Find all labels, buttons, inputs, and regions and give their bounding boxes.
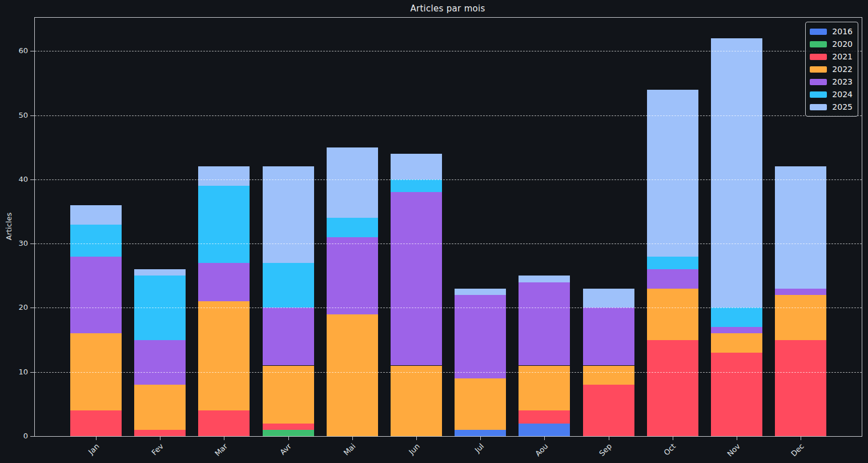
legend-swatch-2020: [810, 41, 827, 47]
legend-label: 2020: [832, 40, 853, 48]
legend-item-2025: 2025: [810, 101, 853, 113]
legend-swatch-2022: [810, 66, 827, 73]
bar-segment-oct-2024: [647, 257, 698, 269]
bar-segment-avr-2024: [263, 263, 314, 308]
legend-swatch-2023: [810, 79, 827, 85]
bar-segment-oct-2022: [647, 289, 698, 340]
legend-label: 2024: [832, 90, 853, 98]
bar-segment-jan-2025: [70, 205, 122, 225]
legend-item-2021: 2021: [810, 50, 853, 63]
bar-segment-avr-2023: [263, 308, 314, 365]
bar-segment-mar-2025: [198, 166, 250, 186]
y-tick-label: 40: [5, 175, 28, 184]
y-tick-label: 60: [5, 46, 28, 55]
bar-segment-jun-2024: [391, 179, 442, 192]
x-tick-mark: [416, 437, 417, 440]
bar-segment-mai-2024: [327, 218, 378, 237]
bar-segment-mar-2023: [198, 263, 250, 301]
bar-segment-mai-2025: [327, 147, 378, 218]
bar-segment-jun-2025: [391, 154, 442, 179]
bar-segment-nov-2022: [711, 333, 762, 353]
bar-segment-jul-2016: [455, 430, 506, 436]
bar-segment-fev-2022: [134, 385, 186, 430]
bar-segment-jul-2022: [455, 378, 506, 430]
gridline-50: [35, 115, 862, 116]
x-tick-mark: [544, 437, 545, 440]
legend-item-2024: 2024: [810, 88, 853, 101]
x-tick-mark: [609, 437, 609, 440]
bar-segment-jan-2023: [70, 257, 122, 334]
legend-label: 2023: [832, 78, 853, 86]
legend-label: 2025: [832, 103, 853, 111]
bar-segment-avr-2025: [263, 166, 314, 262]
gridline-60: [35, 51, 862, 51]
bar-segment-aou-2016: [519, 424, 570, 436]
bar-segment-avr-2020: [263, 430, 314, 436]
bar-segment-sep-2022: [583, 366, 634, 385]
bar-segment-oct-2025: [647, 90, 698, 257]
gridline-30: [35, 244, 862, 244]
bar-segment-mar-2022: [198, 301, 250, 410]
x-tick-mark: [673, 437, 673, 440]
bar-segment-dec-2022: [775, 295, 826, 340]
x-tick-mark: [288, 437, 289, 440]
bar-segment-aou-2023: [519, 282, 570, 366]
bar-segment-dec-2023: [775, 289, 826, 295]
x-tick-mark: [160, 437, 160, 440]
legend-swatch-2025: [810, 104, 827, 110]
legend-label: 2021: [832, 53, 853, 61]
bar-segment-sep-2023: [583, 308, 634, 365]
bar-segment-avr-2021: [263, 424, 314, 430]
legend-item-2023: 2023: [810, 75, 853, 88]
legend-label: 2022: [832, 65, 853, 73]
x-tick-mark: [96, 437, 97, 440]
legend-swatch-2021: [810, 54, 827, 60]
bar-segment-mar-2021: [198, 410, 250, 436]
bar-segment-mai-2022: [327, 314, 378, 436]
bar-segment-aou-2021: [519, 410, 570, 423]
y-tick-label: 50: [5, 111, 28, 120]
y-tick-label: 0: [5, 432, 28, 441]
y-tick-mark: [30, 244, 35, 244]
x-tick-mark: [801, 437, 801, 440]
legend-swatch-2016: [810, 29, 827, 35]
bar-segment-fev-2021: [134, 430, 186, 436]
bar-segment-oct-2021: [647, 340, 698, 436]
legend-item-2016: 2016: [810, 25, 853, 38]
x-tick-mark: [224, 437, 224, 440]
bar-segment-jan-2024: [70, 225, 122, 257]
bar-segment-sep-2021: [583, 385, 634, 436]
y-tick-label: 10: [5, 368, 28, 377]
y-tick-mark: [30, 436, 35, 437]
bar-segment-nov-2021: [711, 353, 762, 436]
bar-segment-mai-2023: [327, 237, 378, 314]
bar-segment-sep-2025: [583, 289, 634, 308]
y-tick-mark: [30, 179, 35, 180]
gridline-40: [35, 179, 862, 180]
bar-segment-nov-2024: [711, 308, 762, 327]
gridline-10: [35, 372, 862, 373]
bar-segment-nov-2023: [711, 327, 762, 333]
bar-segment-jul-2025: [455, 289, 506, 295]
bar-segment-dec-2021: [775, 340, 826, 436]
y-tick-mark: [30, 372, 35, 373]
figure: Articles par mois Articles JanFevMarAvrM…: [0, 0, 868, 463]
legend-item-2022: 2022: [810, 63, 853, 75]
legend: 2016202020212022202320242025: [805, 22, 858, 117]
bar-segment-avr-2022: [263, 366, 314, 424]
bar-segment-nov-2025: [711, 38, 762, 308]
y-tick-mark: [30, 51, 35, 51]
legend-item-2020: 2020: [810, 38, 853, 50]
plot-area: JanFevMarAvrMaiJunJulAouSepOctNovDec0102…: [34, 17, 862, 437]
x-tick-mark: [352, 437, 353, 440]
bar-segment-fev-2023: [134, 340, 186, 385]
bar-segment-oct-2023: [647, 269, 698, 289]
chart-title: Articles par mois: [34, 3, 861, 14]
y-axis-label: Articles: [5, 213, 13, 240]
bar-segment-fev-2025: [134, 269, 186, 276]
bar-segment-jun-2023: [391, 192, 442, 365]
bar-segment-dec-2025: [775, 166, 826, 288]
y-tick-label: 30: [5, 239, 28, 248]
legend-label: 2016: [832, 27, 853, 35]
x-tick-mark: [737, 437, 737, 440]
